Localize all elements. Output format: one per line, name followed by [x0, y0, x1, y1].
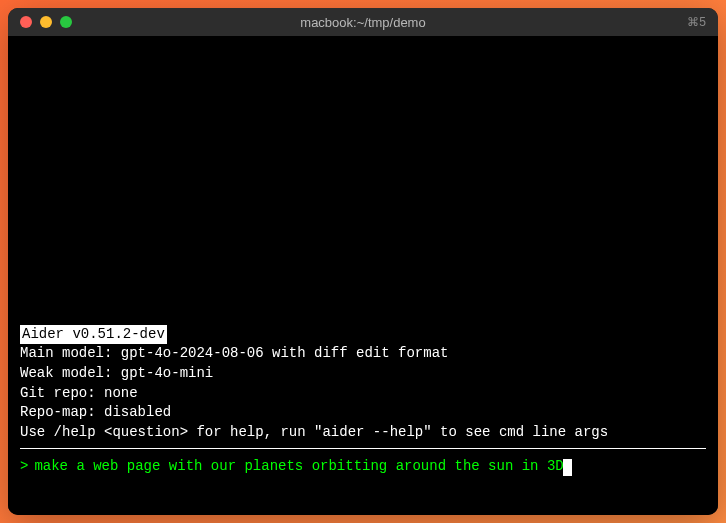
- maximize-button[interactable]: [60, 16, 72, 28]
- terminal-window: macbook:~/tmp/demo ⌘5 Aider v0.51.2-dev …: [8, 8, 718, 515]
- prompt-input[interactable]: make a web page with our planets orbitti…: [34, 457, 563, 477]
- minimize-button[interactable]: [40, 16, 52, 28]
- titlebar: macbook:~/tmp/demo ⌘5: [8, 8, 718, 36]
- prompt-symbol: >: [20, 457, 28, 477]
- close-button[interactable]: [20, 16, 32, 28]
- main-model-line: Main model: gpt-4o-2024-08-06 with diff …: [20, 344, 706, 364]
- weak-model-line: Weak model: gpt-4o-mini: [20, 364, 706, 384]
- text-cursor: [563, 459, 572, 476]
- terminal-body[interactable]: Aider v0.51.2-dev Main model: gpt-4o-202…: [8, 36, 718, 515]
- prompt-line[interactable]: > make a web page with our planets orbit…: [20, 457, 706, 477]
- traffic-lights: [20, 16, 72, 28]
- keyboard-shortcut-indicator: ⌘5: [687, 15, 706, 29]
- terminal-empty-area: [20, 44, 706, 325]
- bottom-padding: [20, 477, 706, 507]
- window-title: macbook:~/tmp/demo: [300, 15, 425, 30]
- repo-map-line: Repo-map: disabled: [20, 403, 706, 423]
- help-line: Use /help <question> for help, run "aide…: [20, 423, 706, 443]
- divider: [20, 448, 706, 449]
- version-line: Aider v0.51.2-dev: [20, 325, 706, 345]
- version-badge: Aider v0.51.2-dev: [20, 325, 167, 345]
- git-repo-line: Git repo: none: [20, 384, 706, 404]
